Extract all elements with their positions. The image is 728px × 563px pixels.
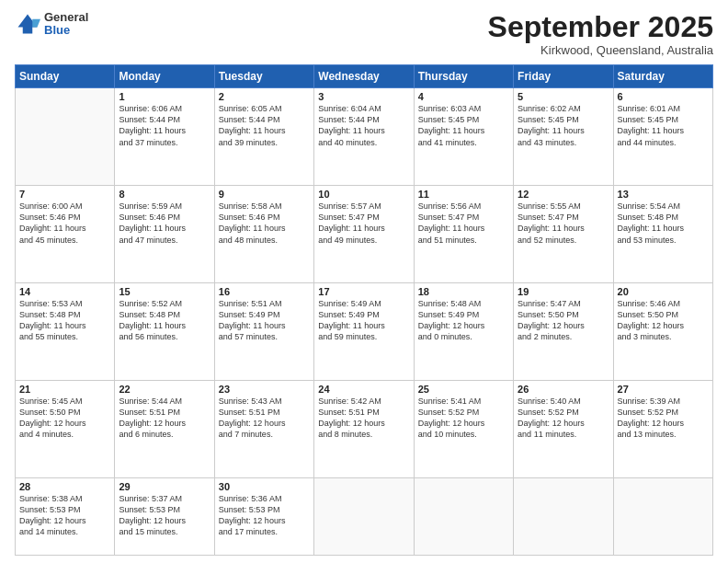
cell-info: Sunrise: 5:47 AM Sunset: 5:50 PM Dayligh…: [518, 298, 609, 343]
table-row: [613, 477, 712, 555]
table-row: 6Sunrise: 6:01 AM Sunset: 5:45 PM Daylig…: [613, 88, 712, 186]
cell-info: Sunrise: 5:42 AM Sunset: 5:51 PM Dayligh…: [318, 396, 409, 441]
col-thursday: Thursday: [414, 65, 513, 88]
table-row: 12Sunrise: 5:55 AM Sunset: 5:47 PM Dayli…: [514, 186, 613, 283]
cell-day-number: 19: [518, 286, 609, 297]
calendar-header-row: Sunday Monday Tuesday Wednesday Thursday…: [16, 65, 713, 88]
cell-day-number: 24: [318, 384, 409, 395]
logo: General Blue: [15, 11, 88, 38]
table-row: 24Sunrise: 5:42 AM Sunset: 5:51 PM Dayli…: [314, 380, 414, 477]
table-row: 30Sunrise: 5:36 AM Sunset: 5:53 PM Dayli…: [214, 477, 313, 555]
cell-info: Sunrise: 5:38 AM Sunset: 5:53 PM Dayligh…: [19, 493, 110, 538]
cell-day-number: 8: [119, 189, 210, 200]
logo-icon: [15, 11, 40, 37]
cell-day-number: 29: [119, 481, 210, 492]
cell-day-number: 25: [418, 384, 509, 395]
cell-day-number: 12: [518, 189, 609, 200]
table-row: 17Sunrise: 5:49 AM Sunset: 5:49 PM Dayli…: [314, 282, 414, 380]
table-row: 5Sunrise: 6:02 AM Sunset: 5:45 PM Daylig…: [514, 88, 613, 186]
table-row: 25Sunrise: 5:41 AM Sunset: 5:52 PM Dayli…: [414, 380, 513, 477]
table-row: 23Sunrise: 5:43 AM Sunset: 5:51 PM Dayli…: [214, 380, 313, 477]
cell-day-number: 15: [119, 286, 210, 297]
cell-info: Sunrise: 5:40 AM Sunset: 5:52 PM Dayligh…: [518, 396, 609, 441]
table-row: 1Sunrise: 6:06 AM Sunset: 5:44 PM Daylig…: [115, 88, 214, 186]
table-row: 20Sunrise: 5:46 AM Sunset: 5:50 PM Dayli…: [613, 282, 712, 380]
cell-info: Sunrise: 5:39 AM Sunset: 5:52 PM Dayligh…: [618, 396, 709, 441]
table-row: 15Sunrise: 5:52 AM Sunset: 5:48 PM Dayli…: [115, 282, 214, 380]
cell-info: Sunrise: 5:43 AM Sunset: 5:51 PM Dayligh…: [219, 396, 310, 441]
cell-day-number: 26: [518, 384, 609, 395]
cell-day-number: 16: [219, 286, 310, 297]
cell-info: Sunrise: 5:48 AM Sunset: 5:49 PM Dayligh…: [418, 298, 509, 343]
cell-info: Sunrise: 5:41 AM Sunset: 5:52 PM Dayligh…: [418, 396, 509, 441]
cell-info: Sunrise: 6:03 AM Sunset: 5:45 PM Dayligh…: [418, 103, 509, 148]
logo-blue-text: Blue: [44, 24, 88, 37]
table-row: 22Sunrise: 5:44 AM Sunset: 5:51 PM Dayli…: [115, 380, 214, 477]
table-row: 16Sunrise: 5:51 AM Sunset: 5:49 PM Dayli…: [214, 282, 313, 380]
cell-info: Sunrise: 6:04 AM Sunset: 5:44 PM Dayligh…: [318, 103, 409, 148]
cell-day-number: 28: [19, 481, 110, 492]
cell-info: Sunrise: 6:00 AM Sunset: 5:46 PM Dayligh…: [19, 201, 110, 246]
cell-day-number: 14: [19, 286, 110, 297]
table-row: 9Sunrise: 5:58 AM Sunset: 5:46 PM Daylig…: [214, 186, 313, 283]
table-row: 8Sunrise: 5:59 AM Sunset: 5:46 PM Daylig…: [115, 186, 214, 283]
cell-info: Sunrise: 5:54 AM Sunset: 5:48 PM Dayligh…: [618, 201, 709, 246]
col-monday: Monday: [115, 65, 214, 88]
cell-info: Sunrise: 5:36 AM Sunset: 5:53 PM Dayligh…: [219, 493, 310, 538]
cell-day-number: 1: [119, 91, 210, 102]
table-row: 18Sunrise: 5:48 AM Sunset: 5:49 PM Dayli…: [414, 282, 513, 380]
table-row: 13Sunrise: 5:54 AM Sunset: 5:48 PM Dayli…: [613, 186, 712, 283]
cell-info: Sunrise: 5:46 AM Sunset: 5:50 PM Dayligh…: [618, 298, 709, 343]
page: General Blue September 2025 Kirkwood, Qu…: [0, 0, 728, 563]
logo-general-text: General: [44, 11, 88, 24]
col-saturday: Saturday: [613, 65, 712, 88]
cell-info: Sunrise: 5:52 AM Sunset: 5:48 PM Dayligh…: [119, 298, 210, 343]
cell-day-number: 10: [318, 189, 409, 200]
table-row: 7Sunrise: 6:00 AM Sunset: 5:46 PM Daylig…: [16, 186, 115, 283]
header: General Blue September 2025 Kirkwood, Qu…: [15, 11, 713, 57]
col-friday: Friday: [514, 65, 613, 88]
cell-day-number: 4: [418, 91, 509, 102]
col-wednesday: Wednesday: [314, 65, 414, 88]
table-row: 26Sunrise: 5:40 AM Sunset: 5:52 PM Dayli…: [514, 380, 613, 477]
cell-day-number: 7: [19, 189, 110, 200]
col-sunday: Sunday: [16, 65, 115, 88]
cell-day-number: 21: [19, 384, 110, 395]
table-row: [514, 477, 613, 555]
cell-day-number: 17: [318, 286, 409, 297]
cell-info: Sunrise: 6:01 AM Sunset: 5:45 PM Dayligh…: [618, 103, 709, 148]
cell-info: Sunrise: 5:56 AM Sunset: 5:47 PM Dayligh…: [418, 201, 509, 246]
cell-day-number: 11: [418, 189, 509, 200]
table-row: 19Sunrise: 5:47 AM Sunset: 5:50 PM Dayli…: [514, 282, 613, 380]
cell-day-number: 3: [318, 91, 409, 102]
cell-info: Sunrise: 5:51 AM Sunset: 5:49 PM Dayligh…: [219, 298, 310, 343]
cell-day-number: 5: [518, 91, 609, 102]
cell-info: Sunrise: 5:55 AM Sunset: 5:47 PM Dayligh…: [518, 201, 609, 246]
calendar-table: Sunday Monday Tuesday Wednesday Thursday…: [15, 64, 713, 556]
table-row: 14Sunrise: 5:53 AM Sunset: 5:48 PM Dayli…: [16, 282, 115, 380]
cell-info: Sunrise: 5:59 AM Sunset: 5:46 PM Dayligh…: [119, 201, 210, 246]
cell-day-number: 30: [219, 481, 310, 492]
cell-info: Sunrise: 5:44 AM Sunset: 5:51 PM Dayligh…: [119, 396, 210, 441]
table-row: 28Sunrise: 5:38 AM Sunset: 5:53 PM Dayli…: [16, 477, 115, 555]
title-block: September 2025 Kirkwood, Queensland, Aus…: [488, 11, 713, 57]
cell-info: Sunrise: 6:02 AM Sunset: 5:45 PM Dayligh…: [518, 103, 609, 148]
table-row: [16, 88, 115, 186]
logo-text: General Blue: [44, 11, 88, 38]
month-title: September 2025: [488, 11, 713, 43]
cell-day-number: 2: [219, 91, 310, 102]
cell-info: Sunrise: 5:45 AM Sunset: 5:50 PM Dayligh…: [19, 396, 110, 441]
cell-info: Sunrise: 5:49 AM Sunset: 5:49 PM Dayligh…: [318, 298, 409, 343]
cell-info: Sunrise: 6:06 AM Sunset: 5:44 PM Dayligh…: [119, 103, 210, 148]
cell-info: Sunrise: 6:05 AM Sunset: 5:44 PM Dayligh…: [219, 103, 310, 148]
table-row: 29Sunrise: 5:37 AM Sunset: 5:53 PM Dayli…: [115, 477, 214, 555]
cell-day-number: 27: [618, 384, 709, 395]
col-tuesday: Tuesday: [214, 65, 313, 88]
cell-info: Sunrise: 5:57 AM Sunset: 5:47 PM Dayligh…: [318, 201, 409, 246]
cell-info: Sunrise: 5:37 AM Sunset: 5:53 PM Dayligh…: [119, 493, 210, 538]
cell-day-number: 13: [618, 189, 709, 200]
table-row: 11Sunrise: 5:56 AM Sunset: 5:47 PM Dayli…: [414, 186, 513, 283]
table-row: 3Sunrise: 6:04 AM Sunset: 5:44 PM Daylig…: [314, 88, 414, 186]
table-row: 27Sunrise: 5:39 AM Sunset: 5:52 PM Dayli…: [613, 380, 712, 477]
cell-info: Sunrise: 5:53 AM Sunset: 5:48 PM Dayligh…: [19, 298, 110, 343]
